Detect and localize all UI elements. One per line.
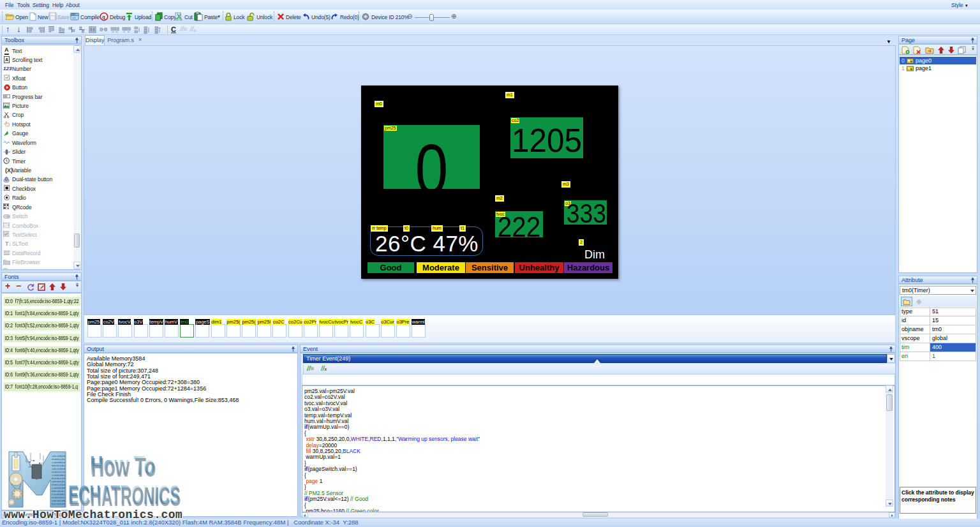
svg-text:q: q [102,14,105,20]
svg-text:2995: 2995 [71,13,76,16]
